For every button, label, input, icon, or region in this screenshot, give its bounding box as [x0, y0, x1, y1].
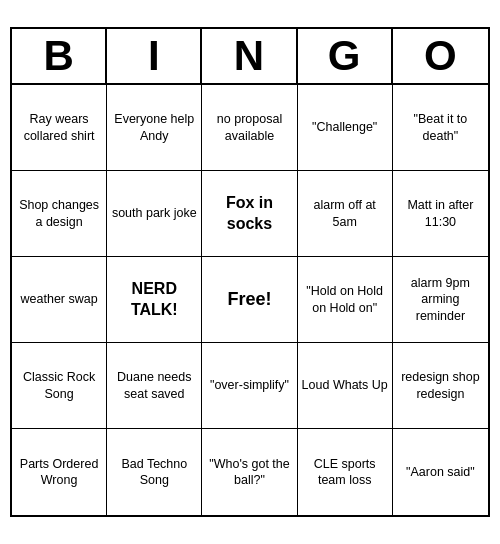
bingo-cell-20[interactable]: Parts Ordered Wrong	[12, 429, 107, 515]
bingo-cell-16[interactable]: Duane needs seat saved	[107, 343, 202, 429]
bingo-cell-4[interactable]: "Beat it to death"	[393, 85, 488, 171]
bingo-card: BINGO Ray wears collared shirtEveryone h…	[10, 27, 490, 517]
bingo-header: BINGO	[12, 29, 488, 85]
bingo-cell-0[interactable]: Ray wears collared shirt	[12, 85, 107, 171]
bingo-cell-5[interactable]: Shop changes a design	[12, 171, 107, 257]
header-letter-b: B	[12, 29, 107, 83]
bingo-grid: Ray wears collared shirtEveryone help An…	[12, 85, 488, 515]
header-letter-i: I	[107, 29, 202, 83]
bingo-cell-9[interactable]: Matt in after 11:30	[393, 171, 488, 257]
bingo-cell-8[interactable]: alarm off at 5am	[298, 171, 393, 257]
header-letter-o: O	[393, 29, 488, 83]
bingo-cell-15[interactable]: Classic Rock Song	[12, 343, 107, 429]
bingo-cell-13[interactable]: "Hold on Hold on Hold on"	[298, 257, 393, 343]
bingo-cell-1[interactable]: Everyone help Andy	[107, 85, 202, 171]
bingo-cell-10[interactable]: weather swap	[12, 257, 107, 343]
bingo-cell-14[interactable]: alarm 9pm arming reminder	[393, 257, 488, 343]
bingo-cell-12[interactable]: Free!	[202, 257, 297, 343]
bingo-cell-24[interactable]: "Aaron said"	[393, 429, 488, 515]
header-letter-g: G	[298, 29, 393, 83]
bingo-cell-23[interactable]: CLE sports team loss	[298, 429, 393, 515]
bingo-cell-22[interactable]: "Who's got the ball?"	[202, 429, 297, 515]
bingo-cell-6[interactable]: south park joke	[107, 171, 202, 257]
bingo-cell-3[interactable]: "Challenge"	[298, 85, 393, 171]
header-letter-n: N	[202, 29, 297, 83]
bingo-cell-19[interactable]: redesign shop redesign	[393, 343, 488, 429]
bingo-cell-18[interactable]: Loud Whats Up	[298, 343, 393, 429]
bingo-cell-17[interactable]: "over-simplify"	[202, 343, 297, 429]
bingo-cell-7[interactable]: Fox in socks	[202, 171, 297, 257]
bingo-cell-11[interactable]: NERD TALK!	[107, 257, 202, 343]
bingo-cell-2[interactable]: no proposal available	[202, 85, 297, 171]
bingo-cell-21[interactable]: Bad Techno Song	[107, 429, 202, 515]
